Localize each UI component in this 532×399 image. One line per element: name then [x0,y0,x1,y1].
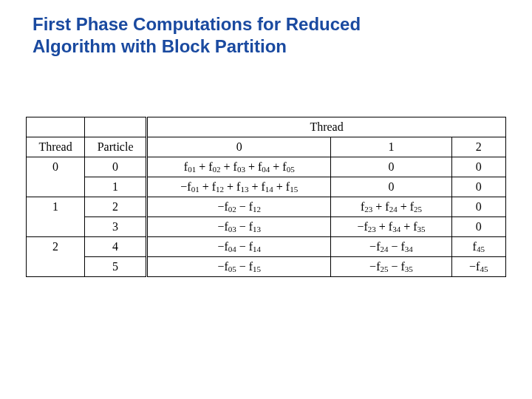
hdr-thread-col [27,117,85,137]
title-line1: First Phase Computations for Reduced [33,14,361,34]
title-line2: Algorithm with Block Partition [33,36,287,56]
cell-t0: −f03 − f13 [147,217,331,237]
slide-title: First Phase Computations for Reduced Alg… [0,0,532,58]
cell-thread: 2 [27,237,85,257]
cell-t2: −f45 [451,257,505,277]
hdr-t2: 2 [451,137,505,157]
cell-t1: −f24 − f34 [331,237,451,257]
cell-t2: 0 [451,217,505,237]
cell-t2: 0 [451,177,505,197]
table-row: 0 0 f01 + f02 + f03 + f04 + f05 0 0 [27,157,506,177]
cell-thread [27,177,85,197]
table-row: 1 2 −f02 − f12 f23 + f24 + f25 0 [27,197,506,217]
cell-thread: 1 [27,197,85,217]
cell-particle: 3 [85,217,147,237]
cell-t2: 0 [451,197,505,217]
computations-table: Thread Thread Particle 0 1 2 0 0 f01 + f… [26,117,506,277]
cell-thread [27,257,85,277]
cell-particle: 2 [85,197,147,217]
hdr-particle: Particle [85,137,147,157]
table-row: 1 −f01 + f12 + f13 + f14 + f15 0 0 [27,177,506,197]
hdr-t0: 0 [147,137,331,157]
cell-t0: f01 + f02 + f03 + f04 + f05 [147,157,331,177]
table-row: 3 −f03 − f13 −f23 + f34 + f35 0 [27,217,506,237]
table-row: 2 4 −f04 − f14 −f24 − f34 f45 [27,237,506,257]
hdr-thread-group: Thread [147,117,506,137]
cell-t1: −f25 − f35 [331,257,451,277]
cell-particle: 1 [85,177,147,197]
cell-thread: 0 [27,157,85,177]
cell-t1: f23 + f24 + f25 [331,197,451,217]
cell-t0: −f01 + f12 + f13 + f14 + f15 [147,177,331,197]
cell-particle: 0 [85,157,147,177]
hdr-t1: 1 [331,137,451,157]
cell-particle: 5 [85,257,147,277]
table-row: 5 −f05 − f15 −f25 − f35 −f45 [27,257,506,277]
cell-t1: 0 [331,177,451,197]
hdr-thread: Thread [27,137,85,157]
cell-t0: −f05 − f15 [147,257,331,277]
cell-t1: −f23 + f34 + f35 [331,217,451,237]
hdr-particle-col [85,117,147,137]
cell-t0: −f04 − f14 [147,237,331,257]
cell-t2: f45 [451,237,505,257]
cell-particle: 4 [85,237,147,257]
cell-t2: 0 [451,157,505,177]
cell-t1: 0 [331,157,451,177]
cell-t0: −f02 − f12 [147,197,331,217]
cell-thread [27,217,85,237]
